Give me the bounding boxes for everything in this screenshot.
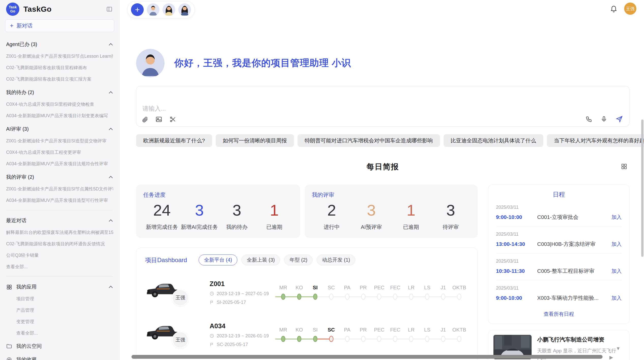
send-icon[interactable] <box>616 115 623 123</box>
recent-chat-item[interactable]: 查看全部... <box>6 264 113 270</box>
suggestion-chip[interactable]: 欧洲新规最近颁布了什么? <box>136 134 212 147</box>
view-all-schedule-link[interactable]: 查看所有日程 <box>496 307 622 320</box>
dashboard-tab[interactable]: 年型 (2) <box>284 254 313 265</box>
sidebar-task-item[interactable]: Z001-全新燃油轻卡产品开发项目SI节点属性5D文件评审 <box>6 186 113 192</box>
sidebar-task-item[interactable]: Z001-全新燃油轻卡产品开发项目SI造型提交物评审 <box>6 138 113 144</box>
greeting-section: 你好，王强，我是你的项目管理助理 小识 <box>136 49 630 77</box>
phone-call-icon[interactable] <box>586 116 592 123</box>
sidebar-section-header[interactable]: AI评审 (3) <box>6 126 113 132</box>
sidebar-item-cloud-space[interactable]: 我的云空间 <box>6 343 113 350</box>
suggestion-chip[interactable]: 比亚迪全固态电池计划具体说了什么 <box>444 134 543 147</box>
milestone-label: MR <box>275 285 291 291</box>
dashboard-tab[interactable]: 全新上装 (3) <box>241 254 280 265</box>
sidebar-task-item[interactable]: A034-全新新能源MUV产品开发项目造型可行性评审 <box>6 197 113 203</box>
project-row[interactable]: 王强A0342023-12-19 ~ 2026-01-19SC-2025-05-… <box>145 319 469 350</box>
flag-icon <box>210 300 214 305</box>
chevron-up-icon[interactable] <box>109 219 113 223</box>
sidebar-task-item[interactable]: A034-全新新能源MUV产品开发项目计划变更表编写 <box>6 113 113 119</box>
milestone-label: SI <box>307 327 323 333</box>
scroll-down-arrow-icon[interactable]: ▼ <box>616 346 621 351</box>
app-menu-item[interactable]: 查看全部... <box>16 330 113 336</box>
attachment-icon[interactable] <box>141 116 148 123</box>
user-avatar[interactable]: 王强 <box>624 3 636 15</box>
milestone-dots <box>275 294 467 300</box>
project-row[interactable]: 王强Z0012023-12-19 ~ 2027-01-19SI-2025-05-… <box>145 277 469 308</box>
milestone-dot <box>313 294 317 300</box>
message-composer[interactable]: 请输入... <box>136 86 630 127</box>
chevron-up-icon[interactable] <box>109 286 113 290</box>
suggestion-chip[interactable]: 当下年轻人对汽车外观有怎样的喜好趋势 <box>547 134 644 147</box>
milestone-dot <box>393 294 397 300</box>
recent-chat-item[interactable]: 公司Q3轻卡销量 <box>6 252 113 258</box>
milestone-label: LR <box>403 327 419 333</box>
vertical-scrollbar-thumb[interactable] <box>641 119 643 257</box>
new-chat-button[interactable]: + 新对话 <box>5 19 114 32</box>
schedule-join-link[interactable]: 加入 <box>611 214 622 221</box>
app-menu-item[interactable]: 变更管理 <box>16 319 113 325</box>
member-avatar-3[interactable] <box>178 3 191 16</box>
horizontal-scrollbar-thumb[interactable] <box>131 355 603 359</box>
suggestion-chip[interactable]: 如何写一份清晰的项目周报 <box>216 134 294 147</box>
milestone-label: OKTB <box>451 327 467 333</box>
milestone-dot <box>409 336 413 342</box>
sidebar-task-item[interactable]: Z001-全新燃油皮卡产品开发项目SI节点Lesson Learn报告 <box>6 53 113 59</box>
milestone-label: PA <box>339 327 355 333</box>
schedule-line: 9:00-10:00X003-车辆动力学性能验...加入 <box>496 294 622 302</box>
sidebar-task-item[interactable]: C0X4-动力总成开发项目工程变更评审 <box>6 149 113 155</box>
sidebar-section-header[interactable]: Agent已办 (3) <box>6 41 113 48</box>
add-member-button[interactable]: + <box>131 3 144 16</box>
folder-icon <box>6 343 12 349</box>
milestone-label: FEC <box>387 327 403 333</box>
schedule-time: 9:00-10:00 <box>496 295 537 301</box>
member-avatar-2[interactable] <box>163 3 175 16</box>
milestone-track <box>275 336 467 342</box>
sidebar-section-header[interactable]: 我的待办 (2) <box>6 89 113 96</box>
sidebar-item-favorites[interactable]: 我的收藏 <box>6 356 113 360</box>
schedule-join-link[interactable]: 加入 <box>611 268 622 275</box>
scroll-right-arrow-icon[interactable]: ▶ <box>609 354 613 360</box>
member-avatar-1[interactable] <box>147 3 159 16</box>
sidebar-section-title: 我的评审 (2) <box>6 174 34 181</box>
milestone-dot <box>377 294 381 300</box>
chevron-up-icon[interactable] <box>109 128 113 132</box>
image-upload-icon[interactable] <box>155 116 162 123</box>
milestone-dot-cell <box>339 336 355 342</box>
scissors-icon[interactable] <box>169 116 176 123</box>
milestone-dot-cell <box>339 294 355 300</box>
schedule-item: 2025/03/1113:00-14:30C003|H0B-方案冻结评审加入 <box>496 227 622 253</box>
sidebar-collapse-icon[interactable] <box>106 5 113 13</box>
sidebar-task-item[interactable]: C02-飞腾新能源轻客改款项目立项汇报方案 <box>6 76 113 82</box>
suggestion-chip[interactable]: 特朗普可能对进口汽车增税会对中国车企造成哪些影响 <box>298 134 440 147</box>
milestone-dot <box>361 336 365 342</box>
sidebar-recent-header[interactable]: 最近对话 <box>6 217 113 224</box>
milestone-dot-cell <box>307 336 323 342</box>
sidebar-apps-header[interactable]: 我的应用 <box>6 283 113 290</box>
sidebar-task-item[interactable]: C02-飞腾新能源轻客改款项目里程碑画布 <box>6 65 113 71</box>
sidebar-task-item[interactable]: A034-全新新能源MUV产品开发项目法规符合性评审 <box>6 161 113 167</box>
milestone-dot-cell <box>291 294 307 300</box>
schedule-join-link[interactable]: 加入 <box>611 295 622 302</box>
sidebar-task-item[interactable]: C0X4-动力总成开发项目SI里程碑提交物检查 <box>6 101 113 107</box>
schedule-join-link[interactable]: 加入 <box>611 241 622 248</box>
chevron-up-icon[interactable] <box>109 91 113 95</box>
chevron-up-icon[interactable] <box>109 176 113 180</box>
app-menu-item[interactable]: 项目管理 <box>16 296 113 302</box>
recent-chat-item[interactable]: C02-飞腾新能源轻客改款项目的闭环通告反馈情况 <box>6 241 113 247</box>
dashboard-tab[interactable]: 动总开发 (1) <box>317 254 355 265</box>
message-input-placeholder[interactable]: 请输入... <box>142 104 166 113</box>
sidebar-section-header[interactable]: 我的评审 (2) <box>6 174 113 181</box>
recent-chat-item[interactable]: 解释最新出台的欧盟报废车法规再生塑料比例被调至15%... <box>6 229 113 235</box>
milestone-dot-cell <box>355 294 371 300</box>
star-icon <box>6 357 12 360</box>
layout-grid-icon[interactable] <box>621 163 627 170</box>
sidebar-divider <box>6 210 113 210</box>
chevron-up-icon[interactable] <box>109 43 113 47</box>
app-menu-item[interactable]: 产品管理 <box>16 307 113 313</box>
news-title: 小鹏飞行汽车制造公司增资 <box>537 336 624 343</box>
microphone-icon[interactable] <box>601 116 607 123</box>
notification-bell-icon[interactable] <box>610 5 618 12</box>
milestone-label: FEC <box>387 285 403 291</box>
dashboard-title: 项目Dashboard <box>145 256 187 264</box>
dashboard-tab[interactable]: 全新平台 (4) <box>199 254 237 265</box>
project-owner-badge: 王强 <box>172 332 189 348</box>
